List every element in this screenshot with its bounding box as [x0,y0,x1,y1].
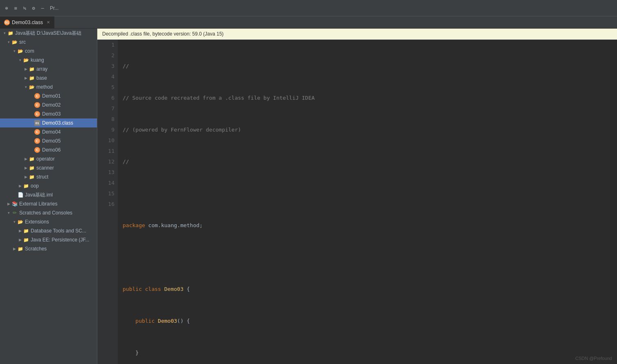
sidebar-label-demo03: Demo03 [42,111,61,117]
iml-icon: 📄 [17,192,24,198]
sidebar-label-scratches: Scratches [25,246,47,252]
sidebar-item-demo06[interactable]: ▶ C Demo06 [0,145,97,154]
line-num-6: 6 [101,93,114,103]
sidebar-item-operator[interactable]: ▶ 📁 operator [0,154,97,163]
watermark: CSDN @Prefound [575,356,612,361]
oop-arrow: ▶ [17,183,23,189]
sidebar-label-base: base [36,75,47,81]
sidebar-item-extensions[interactable]: ▾ 📂 Extensions [0,217,97,226]
sidebar-item-method[interactable]: ▾ 📂 method [0,83,97,92]
sidebar-item-iml[interactable]: ▶ 📄 Java基础.iml [0,190,97,199]
sidebar-item-demo02[interactable]: ▶ C Demo02 [0,100,97,109]
code-content[interactable]: // // Source code recreated from a .clas… [118,40,617,364]
folder-icon: 📂 [11,39,18,45]
code-line-4: // [123,156,612,167]
base-arrow: ▶ [23,75,29,81]
line-num-13: 13 [101,167,114,178]
extlib-arrow: ▶ [6,201,11,207]
sidebar-item-scratches[interactable]: ▶ 📁 Scratches [0,244,97,253]
sidebar-item-base[interactable]: ▶ 📁 base [0,74,97,83]
sidebar-item-array[interactable]: ▶ 📁 array [0,65,97,74]
sidebar-label-demo03class: Demo03.class [42,120,73,126]
extlib-icon: 📚 [11,201,18,207]
sidebar-item-demo03class[interactable]: ▶ 01 Demo03.class [0,118,97,127]
sidebar-item-extlib[interactable]: ▶ 📚 External Libraries [0,199,97,208]
sidebar-label-extlib: External Libraries [19,201,57,207]
line-num-10: 10 [101,135,114,146]
folder-icon-com: 📂 [17,48,24,54]
tab-close-button[interactable]: ✕ [47,20,50,25]
sidebar-item-scratches-consoles[interactable]: ▾ ✏ Scratches and Consoles [0,208,97,217]
code-line-6: package com.kuang.method; [123,220,612,231]
folder-icon-base: 📁 [29,75,35,81]
method-arrow: ▾ [23,84,29,90]
sidebar-label-method: method [36,84,53,90]
javaee-arrow: ▶ [17,237,23,243]
project-title: Pr... [50,5,58,11]
folder-icon-method: 📂 [29,84,35,90]
sidebar-item-scanner[interactable]: ▶ 📁 scanner [0,163,97,172]
project-icon: 📁 [7,30,14,36]
line-num-16: 16 [101,199,114,210]
folder-icon-scanner: 📁 [29,165,35,171]
operator-arrow: ▶ [23,156,29,162]
sidebar-label-demo02: Demo02 [42,102,61,108]
sidebar-item-demo03[interactable]: ▶ C Demo03 [0,109,97,118]
line-num-3: 3 [101,61,114,71]
array-arrow: ▶ [23,66,29,72]
tab-bar: 01 Demo03.class ✕ [0,16,617,29]
align-left-icon[interactable]: ≡ [12,5,19,11]
line-num-7: 7 [101,103,114,114]
line-num-12: 12 [101,156,114,167]
sidebar-label-demo04: Demo04 [42,129,61,135]
title-bar: ⊕ ≡ ≒ ⚙ — Pr... [0,0,617,16]
code-editor[interactable]: 1 2 3 4 5 6 7 8 9 10 11 12 13 14 15 16 /… [97,40,617,364]
globe-icon[interactable]: ⊕ [3,5,10,11]
code-line-2: // Source code recreated from a .class f… [123,93,612,103]
folder-icon-ext: 📂 [17,219,24,225]
sidebar-item-struct[interactable]: ▶ 📁 struct [0,172,97,181]
line-numbers: 1 2 3 4 5 6 7 8 9 10 11 12 13 14 15 16 [97,40,118,364]
line-num-1: 1 [101,40,114,50]
sidebar-item-javaee[interactable]: ▶ 📁 Java EE: Persistence (JF... [0,235,97,244]
com-arrow: ▾ [11,48,17,54]
sidebar-label-struct: struct [36,174,48,180]
editor-area: Decompiled .class file, bytecode version… [97,29,617,364]
sidebar-item-kuang[interactable]: ▾ 📂 kuang [0,56,97,65]
sidebar-item-demo01[interactable]: ▶ C Demo01 [0,92,97,100]
sidebar-item-dbtools[interactable]: ▶ 📁 Database Tools and SC... [0,226,97,235]
scratches-icon: ✏ [11,210,18,216]
sidebar-label-array: array [36,66,47,72]
sidebar-label-extensions: Extensions [25,219,49,225]
line-num-5: 5 [101,82,114,93]
folder-icon-kuang: 📂 [23,57,29,63]
line-num-11: 11 [101,146,114,156]
folder-icon-scratches: 📁 [17,246,24,252]
sidebar-item-com[interactable]: ▾ 📂 com [0,47,97,56]
sidebar-label-scratches-consoles: Scratches and Consoles [19,210,72,216]
sidebar-label-demo01: Demo01 [42,93,61,99]
sidebar-root-label: Java基础 D:\JavaSE\Java基础 [15,30,81,37]
line-num-9: 9 [101,125,114,135]
tab-demo03class[interactable]: 01 Demo03.class ✕ [0,16,54,28]
folder-icon-oop: 📁 [23,183,29,189]
java-icon-demo04: C [34,129,40,135]
sidebar-item-demo04[interactable]: ▶ C Demo04 [0,127,97,136]
sidebar-root[interactable]: ▾ 📁 Java基础 D:\JavaSE\Java基础 [0,29,97,38]
line-num-15: 15 [101,188,114,199]
settings-icon[interactable]: ⚙ [30,5,37,11]
sidebar-item-demo05[interactable]: ▶ C Demo05 [0,136,97,145]
info-bar: Decompiled .class file, bytecode version… [97,29,617,40]
extensions-arrow: ▾ [11,219,17,225]
folder-icon-struct: 📁 [29,174,35,180]
minimize-icon[interactable]: — [39,5,46,11]
align-center-icon[interactable]: ≒ [21,5,28,11]
code-line-8: public class Demo03 { [123,284,612,295]
sidebar-item-oop[interactable]: ▶ 📁 oop [0,181,97,190]
code-line-3: // (powered by FernFlower decompiler) [123,125,612,135]
sidebar-item-src[interactable]: ▾ 📂 src [0,38,97,47]
folder-icon-array: 📁 [29,66,35,72]
sidebar-label-dbtools: Database Tools and SC... [31,228,86,234]
code-line-5 [123,188,612,199]
folder-icon-operator: 📁 [29,156,35,162]
